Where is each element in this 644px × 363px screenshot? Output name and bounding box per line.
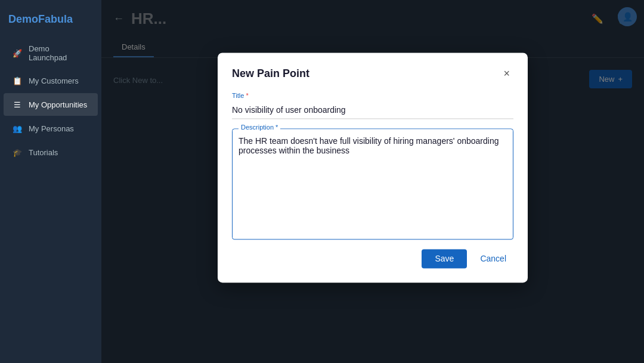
title-label: Title * bbox=[232, 92, 513, 99]
description-label: Description * bbox=[239, 124, 280, 131]
people-icon: 👥 bbox=[12, 123, 23, 134]
sidebar-item-label: My Personas bbox=[29, 124, 74, 133]
sidebar-item-my-opportunities[interactable]: ☰ My Opportunities bbox=[4, 93, 98, 116]
logo-text: DemoFabula bbox=[8, 13, 73, 25]
description-wrapper: Description * The HR team doesn't have f… bbox=[232, 128, 513, 239]
sidebar-item-label: Demo Launchpad bbox=[29, 44, 89, 62]
list-icon: ☰ bbox=[12, 99, 23, 110]
sidebar: DemoFabula 🚀 Demo Launchpad 📋 My Custome… bbox=[0, 0, 101, 363]
app-logo: DemoFabula bbox=[0, 6, 101, 38]
sidebar-item-label: My Opportunities bbox=[29, 100, 87, 109]
modal-title: New Pain Point bbox=[232, 67, 309, 80]
sidebar-item-label: My Customers bbox=[29, 76, 79, 85]
title-input[interactable] bbox=[232, 101, 513, 119]
description-textarea[interactable]: The HR team doesn't have full visibility… bbox=[233, 129, 513, 236]
description-field-group: Description * The HR team doesn't have f… bbox=[232, 128, 513, 239]
save-button[interactable]: Save bbox=[422, 249, 467, 268]
sidebar-item-my-personas[interactable]: 👥 My Personas bbox=[4, 117, 98, 140]
modal-header: New Pain Point × bbox=[232, 67, 513, 80]
sidebar-item-label: Tutorials bbox=[29, 148, 58, 157]
new-pain-point-modal: New Pain Point × Title * Description * T… bbox=[218, 53, 528, 282]
cancel-button[interactable]: Cancel bbox=[473, 249, 513, 268]
title-field-group: Title * bbox=[232, 92, 513, 119]
sidebar-item-my-customers[interactable]: 📋 My Customers bbox=[4, 69, 98, 92]
clipboard-icon: 📋 bbox=[12, 75, 23, 86]
modal-close-button[interactable]: × bbox=[500, 67, 513, 80]
sidebar-item-tutorials[interactable]: 🎓 Tutorials bbox=[4, 141, 98, 164]
graduation-icon: 🎓 bbox=[12, 147, 23, 158]
modal-footer: Save Cancel bbox=[232, 249, 513, 268]
sidebar-item-demo-launchpad[interactable]: 🚀 Demo Launchpad bbox=[4, 38, 98, 68]
rocket-icon: 🚀 bbox=[12, 48, 23, 59]
main-content: 👤 ← HR... ✏️ 🗑️ Details New + Click New … bbox=[101, 0, 644, 363]
